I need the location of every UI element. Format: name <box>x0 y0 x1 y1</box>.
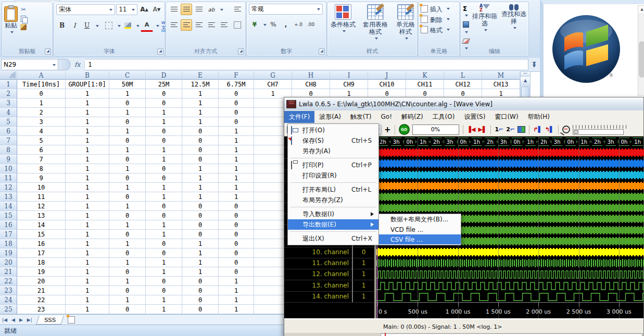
cell[interactable]: 15 <box>17 230 66 239</box>
cell[interactable]: 19 <box>17 267 66 277</box>
cell[interactable]: 7 <box>17 155 66 164</box>
file-menu-item[interactable]: 导入数据(I) <box>288 209 378 219</box>
fill-button[interactable] <box>463 21 469 36</box>
cell[interactable]: 1 <box>66 164 109 173</box>
column-header-F[interactable]: F <box>219 71 254 80</box>
format-as-table-button[interactable]: 套用表格格式 <box>359 2 392 41</box>
cell[interactable]: 0 <box>146 202 182 211</box>
cell-styles-button[interactable]: 单元格样式 <box>392 2 419 41</box>
menu-o[interactable]: 工具(O) <box>428 111 460 123</box>
cell[interactable]: 0 <box>182 220 219 230</box>
cell[interactable]: 0 <box>182 230 219 239</box>
cell[interactable]: 1 <box>182 117 219 127</box>
cell[interactable]: CH9 <box>330 80 368 89</box>
cell[interactable]: 1 <box>182 98 219 108</box>
cell[interactable]: 1 <box>66 183 109 192</box>
align-bottom-button[interactable] <box>193 4 205 15</box>
cell[interactable]: 0 <box>17 89 66 98</box>
row-header-2[interactable]: 2 <box>0 89 17 98</box>
cell[interactable]: 1 <box>219 192 254 202</box>
cell[interactable]: 0 <box>146 211 182 220</box>
cell[interactable]: GROUP[1:0] <box>66 80 109 89</box>
cell[interactable]: CH10 <box>368 80 406 89</box>
cell[interactable]: 0 <box>146 164 182 173</box>
row-header-18[interactable]: 18 <box>0 239 17 248</box>
cell[interactable]: 1 <box>182 164 219 173</box>
format-cells-button[interactable]: 格式 <box>421 26 457 35</box>
fill-color-button[interactable] <box>122 20 133 31</box>
delete-cells-button[interactable]: 删除 <box>421 16 457 24</box>
name-box[interactable]: N29 <box>1 59 58 70</box>
cell[interactable]: CH7 <box>254 80 292 89</box>
row-header-1[interactable]: 1 <box>0 80 17 89</box>
cell[interactable]: 1 <box>109 295 146 305</box>
row-header-5[interactable]: 5 <box>0 117 17 127</box>
cell[interactable]: 0 <box>182 145 219 155</box>
menu-a[interactable]: 波形(A) <box>314 111 346 123</box>
cell[interactable]: 0 <box>219 239 254 248</box>
cell[interactable]: 1 <box>219 145 254 155</box>
cell[interactable]: 1 <box>219 164 254 173</box>
cell[interactable]: 1 <box>17 98 66 108</box>
clipboard-dialog-launcher[interactable]: ◢ <box>45 48 51 55</box>
row-header-14[interactable]: 14 <box>0 202 17 211</box>
cell[interactable]: 0 <box>219 211 254 220</box>
next-sheet-button[interactable]: ▶ <box>17 317 25 322</box>
align-left-button[interactable] <box>168 19 180 31</box>
number-dialog-launcher[interactable]: ◢ <box>319 48 325 55</box>
channel-row[interactable]: 12. channel1 <box>284 269 374 280</box>
cell[interactable]: 0 <box>109 230 146 239</box>
row-header-13[interactable]: 13 <box>0 192 17 202</box>
row-header-15[interactable]: 15 <box>0 211 17 220</box>
file-menu-item[interactable]: 打开布局(L)Ctrl+L <box>288 184 378 195</box>
menu-s[interactable]: 设置(S) <box>459 111 490 123</box>
merge-center-button[interactable] <box>232 19 243 31</box>
row-header-17[interactable]: 17 <box>0 230 17 239</box>
autosum-button[interactable]: Σ <box>463 5 469 20</box>
cell[interactable]: 1 <box>66 230 109 239</box>
cell[interactable]: 1 <box>146 145 182 155</box>
cell[interactable]: 0 <box>219 230 254 239</box>
cell[interactable]: 0 <box>109 98 146 108</box>
row-header-3[interactable]: 3 <box>0 98 17 108</box>
conditional-formatting-button[interactable]: 条件格式 <box>327 2 359 41</box>
prev-sheet-button[interactable]: ◀ <box>9 317 17 322</box>
column-header-H[interactable]: H <box>292 71 330 80</box>
italic-button[interactable]: I <box>69 20 80 31</box>
cell[interactable]: 1 <box>219 183 254 192</box>
row-header-16[interactable]: 16 <box>0 220 17 230</box>
cell[interactable]: 0 <box>109 305 146 314</box>
align-right-button[interactable] <box>193 19 205 31</box>
column-header-C[interactable]: C <box>109 71 146 80</box>
grow-font-button[interactable]: A▲ <box>138 4 150 15</box>
column-header-D[interactable]: D <box>146 71 182 80</box>
cell[interactable]: 1 <box>66 277 109 286</box>
bold-button[interactable]: B <box>56 20 68 31</box>
cell[interactable]: 0 <box>146 277 182 286</box>
insert-cells-button[interactable]: 插入 <box>421 5 457 14</box>
cell[interactable]: 0 <box>219 202 254 211</box>
cell[interactable]: 0 <box>146 89 182 98</box>
cell[interactable]: 1 <box>109 202 146 211</box>
row-header-24[interactable]: 24 <box>0 295 17 305</box>
cell[interactable]: 1 <box>66 192 109 202</box>
cell[interactable]: 1 <box>66 202 109 211</box>
align-center-button[interactable] <box>181 19 192 31</box>
row-header-19[interactable]: 19 <box>0 248 17 258</box>
row-header-7[interactable]: 7 <box>0 136 17 145</box>
cell[interactable]: 1 <box>182 108 219 117</box>
cell[interactable]: 1 <box>109 220 146 230</box>
cell[interactable]: 0 <box>109 117 146 127</box>
cell[interactable]: 50M <box>109 80 146 89</box>
cell[interactable]: 4 <box>17 127 66 136</box>
cursor1-icon[interactable]: 1⌐ <box>495 126 503 133</box>
cell[interactable]: 1 <box>182 173 219 183</box>
cell[interactable]: 0 <box>109 286 146 295</box>
cell[interactable]: 0 <box>182 136 219 145</box>
insert-worksheet-button[interactable] <box>68 316 75 323</box>
cell[interactable]: 0 <box>219 220 254 230</box>
cell[interactable]: 0 <box>146 239 182 248</box>
cell[interactable]: 0 <box>146 98 182 108</box>
cell[interactable]: 23 <box>17 305 66 314</box>
file-menu-item[interactable]: 保存(S)Ctrl+S <box>288 135 378 146</box>
